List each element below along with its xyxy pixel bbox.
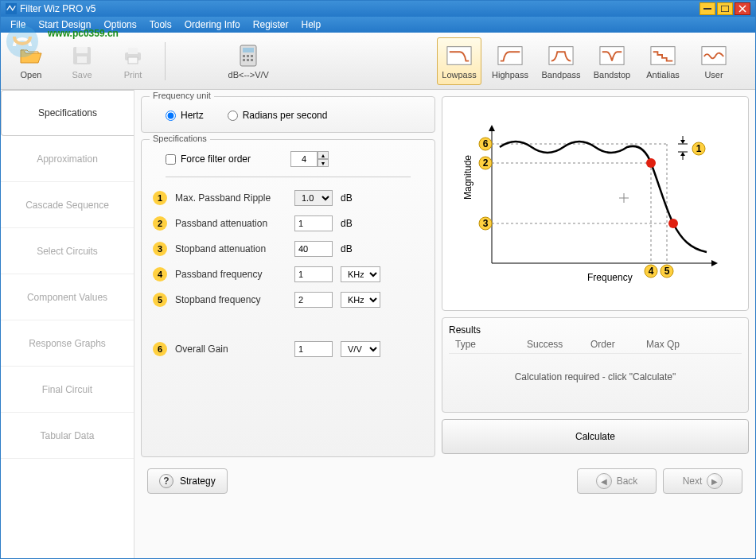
maximize-button[interactable]: [717, 2, 733, 15]
save-button: Save: [60, 37, 104, 85]
filter-order-stepper[interactable]: ▲ ▼: [290, 151, 329, 167]
spec-unit-5[interactable]: KHz: [341, 292, 380, 308]
svg-rect-17: [251, 59, 253, 61]
svg-rect-13: [247, 55, 249, 57]
strategy-button[interactable]: ? Strategy: [147, 468, 228, 494]
svg-rect-12: [243, 55, 245, 57]
results-group: Results Type Success Order Max Qp Calcul…: [442, 317, 749, 413]
menu-start-design[interactable]: Start Design: [32, 17, 97, 32]
spec-num-3: 3: [153, 242, 167, 256]
svg-text:Magnitude: Magnitude: [462, 155, 473, 200]
open-button[interactable]: Open: [9, 37, 53, 85]
bandstop-label: Bandstop: [594, 70, 630, 80]
force-filter-order-checkbox[interactable]: Force filter order: [166, 153, 251, 165]
print-icon: [120, 43, 146, 68]
back-button[interactable]: ◀ Back: [577, 468, 657, 494]
specifications-group: Specifications Force filter order ▲ ▼: [141, 139, 435, 457]
spec-value-gain[interactable]: [294, 341, 333, 357]
menu-options[interactable]: Options: [97, 17, 142, 32]
svg-text:1: 1: [696, 143, 702, 154]
antialias-button[interactable]: Antialias: [641, 37, 685, 85]
sidebar-item-component-values[interactable]: Component Values: [1, 274, 134, 320]
highpass-button[interactable]: Highpass: [488, 37, 532, 85]
spec-value-4[interactable]: [294, 266, 333, 282]
svg-rect-19: [498, 46, 522, 64]
svg-rect-11: [243, 48, 254, 52]
close-icon: [738, 5, 746, 13]
spec-value-2[interactable]: [294, 215, 333, 231]
radio-radians[interactable]: Radians per second: [228, 110, 328, 121]
user-button[interactable]: User: [692, 37, 736, 85]
close-button[interactable]: [735, 2, 750, 15]
arrow-right-icon: ▶: [707, 473, 723, 489]
menu-tools[interactable]: Tools: [143, 17, 178, 32]
user-label: User: [704, 70, 723, 80]
results-col-success: Success: [527, 339, 590, 350]
sidebar-item-response-graphs[interactable]: Response Graphs: [1, 320, 134, 367]
svg-marker-50: [680, 140, 685, 144]
next-button[interactable]: Next ▶: [663, 468, 742, 494]
menu-file[interactable]: File: [4, 17, 32, 32]
svg-text:4: 4: [649, 266, 654, 277]
spec-unit-4[interactable]: KHz: [341, 266, 380, 282]
svg-rect-5: [76, 47, 88, 53]
user-icon: [701, 43, 727, 68]
spec-row-gain: 6 Overall Gain V/V: [150, 336, 427, 362]
svg-rect-18: [447, 46, 471, 64]
menu-help[interactable]: Help: [294, 17, 327, 32]
bandstop-icon: [599, 43, 625, 68]
radio-hertz[interactable]: Hertz: [166, 110, 204, 121]
menu-register[interactable]: Register: [247, 17, 295, 32]
spec-label-gain: Overall Gain: [175, 344, 286, 355]
stepper-up[interactable]: ▲: [318, 151, 329, 159]
lowpass-diagram: Magnitude Frequency: [452, 107, 738, 301]
print-button: Print: [111, 37, 155, 85]
bandpass-icon: [548, 43, 574, 68]
menu-ordering-info[interactable]: Ordering Info: [178, 17, 247, 32]
sidebar-item-select-circuits[interactable]: Select Circuits: [1, 228, 134, 274]
spec-row-3: 3 Stopband attenuation dB: [150, 236, 427, 262]
stepper-down[interactable]: ▼: [318, 159, 329, 167]
arrow-left-icon: ◀: [596, 473, 612, 489]
lowpass-button[interactable]: Lowpass: [437, 37, 481, 85]
open-label: Open: [21, 70, 42, 80]
spec-unit-gain[interactable]: V/V: [341, 341, 380, 357]
window-title: Filter Wiz PRO v5: [20, 3, 95, 14]
spec-label-2: Passband attenuation: [175, 218, 286, 229]
svg-text:6: 6: [483, 138, 489, 149]
titlebar: Filter Wiz PRO v5: [1, 1, 755, 17]
question-icon: ?: [159, 474, 173, 488]
spec-value-1[interactable]: 1.0: [294, 190, 333, 206]
sidebar-item-final-circuit[interactable]: Final Circuit: [1, 367, 134, 413]
bandstop-button[interactable]: Bandstop: [590, 37, 634, 85]
bandpass-button[interactable]: Bandpass: [539, 37, 583, 85]
svg-rect-6: [77, 56, 87, 63]
response-graph: Magnitude Frequency: [442, 96, 749, 311]
sidebar-item-tabular-data[interactable]: Tabular Data: [1, 413, 134, 459]
spec-value-5[interactable]: [294, 292, 333, 308]
radio-radians-input[interactable]: [228, 111, 238, 121]
calculate-button[interactable]: Calculate: [442, 419, 749, 454]
results-message: Calculation required - click "Calculate": [449, 354, 742, 400]
antialias-label: Antialias: [646, 70, 680, 80]
spec-value-3[interactable]: [294, 241, 333, 257]
radio-hertz-input[interactable]: [166, 111, 176, 121]
spec-label-1: Max. Passband Ripple: [175, 192, 286, 204]
db-vv-button[interactable]: dB<-->V/V: [226, 37, 271, 85]
save-icon: [69, 43, 95, 68]
frequency-unit-group: Frequency unit Hertz Radians per second: [141, 96, 435, 133]
sidebar-item-approximation[interactable]: Approximation: [1, 136, 134, 182]
calculator-icon: [236, 43, 261, 68]
svg-rect-20: [549, 46, 573, 64]
force-filter-order-input[interactable]: [166, 154, 176, 165]
filter-order-value[interactable]: [290, 151, 318, 167]
sidebar-item-specifications[interactable]: Specifications: [1, 90, 134, 136]
antialias-icon: [650, 43, 676, 68]
sidebar-item-cascade-sequence[interactable]: Cascade Sequence: [1, 182, 134, 228]
save-label: Save: [72, 70, 92, 80]
svg-rect-14: [251, 55, 253, 57]
svg-text:Frequency: Frequency: [587, 272, 633, 283]
minimize-button[interactable]: [699, 2, 715, 15]
print-label: Print: [124, 70, 142, 80]
spec-num-6: 6: [153, 342, 167, 356]
